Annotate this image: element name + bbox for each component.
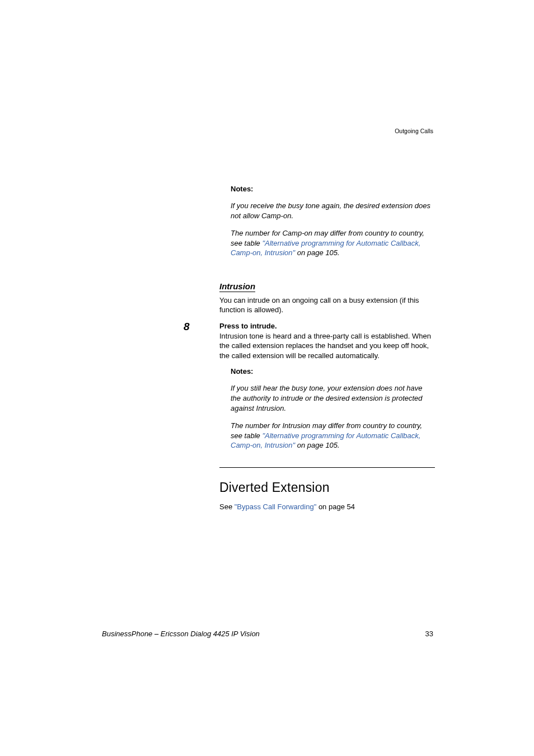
footer-product: BusinessPhone – Ericsson Dialog 4425 IP … (102, 630, 260, 638)
running-header: Outgoing Calls (395, 128, 433, 134)
step-row: 8 Press to intrude. (219, 322, 429, 330)
footer-page-number: 33 (425, 630, 433, 638)
notes1-paragraph-1: If you receive the busy tone again, the … (231, 201, 432, 220)
notes2-paragraph-1: If you still hear the busy tone, your ex… (231, 383, 432, 413)
see-pre: See (219, 503, 235, 511)
intrusion-section: Intrusion You can intrude on an ongoing … (219, 266, 429, 361)
diverted-heading: Diverted Extension (219, 480, 429, 495)
step-number: 8 (184, 321, 190, 333)
notes2-p2-post: on page 105. (295, 441, 340, 449)
notes1-paragraph-2: The number for Camp-on may differ from c… (231, 228, 432, 258)
notes2-paragraph-2: The number for Intrusion may differ from… (231, 421, 432, 450)
notes-block-1: Notes: If you receive the busy tone agai… (231, 185, 432, 258)
section-divider (219, 467, 435, 468)
intrusion-heading: Intrusion (219, 281, 255, 292)
notes-block-2: Notes: If you still hear the busy tone, … (231, 367, 432, 450)
see-link-bypass[interactable]: "Bypass Call Forwarding" (235, 503, 317, 511)
notes-label-1: Notes: (231, 185, 432, 193)
step-body: Intrusion tone is heard and a three-part… (219, 331, 435, 361)
step-title: Press to intrude. (219, 322, 429, 330)
document-page: Outgoing Calls Notes: If you receive the… (0, 0, 534, 756)
intrusion-intro: You can intrude on an ongoing call on a … (219, 295, 435, 315)
page-content: Notes: If you receive the busy tone agai… (219, 185, 429, 518)
notes1-p2-post: on page 105. (295, 248, 340, 257)
page-footer: BusinessPhone – Ericsson Dialog 4425 IP … (102, 630, 433, 638)
diverted-see-line: See "Bypass Call Forwarding" on page 54 (219, 503, 429, 511)
diverted-extension-section: Diverted Extension See "Bypass Call Forw… (219, 480, 429, 511)
notes-label-2: Notes: (231, 367, 432, 375)
see-post: on page 54 (316, 503, 355, 511)
